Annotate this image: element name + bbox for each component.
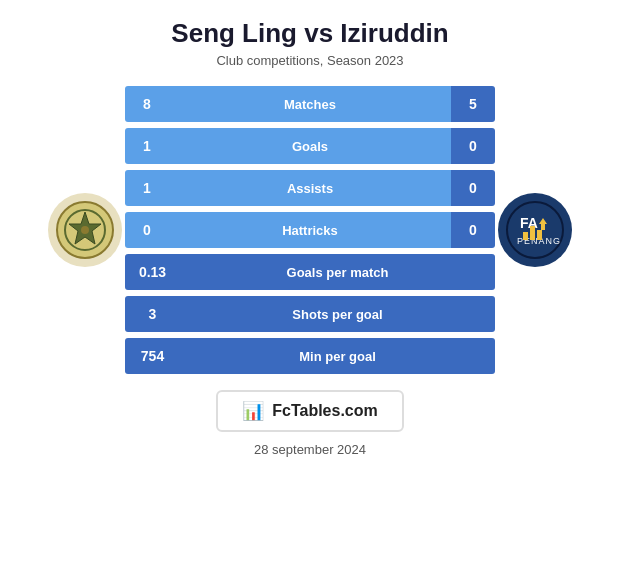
goals-per-match-label: Goals per match [287, 265, 389, 280]
stat-row-shots-per-goal: 3 Shots per goal [125, 296, 495, 332]
hattricks-label: Hattricks [282, 223, 338, 238]
hattricks-right-val: 0 [451, 212, 495, 248]
assists-bar: Assists [169, 170, 451, 206]
left-team-logo [45, 193, 125, 267]
goals-left-val: 1 [125, 128, 169, 164]
hattricks-left-val: 0 [125, 212, 169, 248]
page-subtitle: Club competitions, Season 2023 [216, 53, 403, 68]
fctables-text: FcTables.com [272, 402, 378, 420]
shots-per-goal-val: 3 [125, 296, 180, 332]
goals-bar: Goals [169, 128, 451, 164]
svg-text:FA: FA [520, 215, 538, 231]
goals-per-match-val: 0.13 [125, 254, 180, 290]
min-per-goal-label: Min per goal [299, 349, 376, 364]
main-area: 8 Matches 5 1 Goals 0 1 Assists 0 [10, 86, 610, 374]
svg-point-3 [81, 226, 89, 234]
goals-label: Goals [292, 139, 328, 154]
stat-row-matches: 8 Matches 5 [125, 86, 495, 122]
matches-label: Matches [284, 97, 336, 112]
svg-rect-9 [537, 230, 542, 240]
assists-right-val: 0 [451, 170, 495, 206]
svg-rect-8 [530, 226, 535, 240]
min-per-goal-bar: Min per goal [180, 338, 495, 374]
fctables-icon: 📊 [242, 400, 264, 422]
goals-per-match-bar: Goals per match [180, 254, 495, 290]
matches-bar: Matches [169, 86, 451, 122]
shots-per-goal-bar: Shots per goal [180, 296, 495, 332]
min-per-goal-val: 754 [125, 338, 180, 374]
stat-row-goals: 1 Goals 0 [125, 128, 495, 164]
page-title: Seng Ling vs Iziruddin [171, 18, 448, 49]
stats-column: 8 Matches 5 1 Goals 0 1 Assists 0 [125, 86, 495, 374]
stat-row-min-per-goal: 754 Min per goal [125, 338, 495, 374]
assists-left-val: 1 [125, 170, 169, 206]
hattricks-bar: Hattricks [169, 212, 451, 248]
stat-row-goals-per-match: 0.13 Goals per match [125, 254, 495, 290]
stat-row-hattricks: 0 Hattricks 0 [125, 212, 495, 248]
stat-row-assists: 1 Assists 0 [125, 170, 495, 206]
assists-label: Assists [287, 181, 333, 196]
goals-right-val: 0 [451, 128, 495, 164]
matches-right-val: 5 [451, 86, 495, 122]
page: Seng Ling vs Iziruddin Club competitions… [0, 0, 620, 580]
right-team-logo: FA PENANG [495, 193, 575, 267]
svg-rect-7 [523, 232, 528, 240]
fctables-banner[interactable]: 📊 FcTables.com [216, 390, 404, 432]
footer-date: 28 september 2024 [254, 442, 366, 457]
matches-left-val: 8 [125, 86, 169, 122]
shots-per-goal-label: Shots per goal [292, 307, 382, 322]
